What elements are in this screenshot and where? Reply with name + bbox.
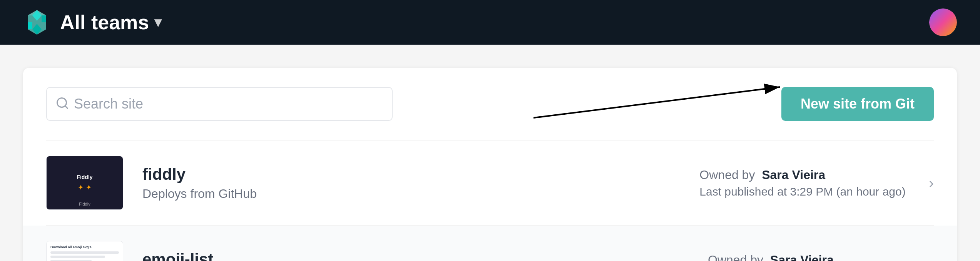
header-left: All teams ▾ [23,8,161,36]
avatar-image [929,8,957,36]
search-container [46,87,393,121]
owner-name: Sara Vieira [762,168,825,182]
svg-marker-2 [42,15,46,22]
svg-line-9 [533,87,780,118]
svg-line-7 [65,106,68,109]
site-thumbnail-fiddly: Fiddly ✦ ✦ Fiddly [46,156,123,210]
main-content: New site from Git Fiddly ✦ ✦ Fiddly [0,45,980,261]
site-owner: Owned by Sara Vieira [699,168,905,182]
site-meta-fiddly: Owned by Sara Vieira Last published at 3… [699,168,928,198]
arrow-annotation [533,79,803,125]
chevron-down-icon: ▾ [154,14,161,30]
site-chevron-icon[interactable]: › [929,174,934,192]
site-chevron-icon[interactable]: › [929,259,934,261]
emoji-line [50,256,105,258]
emoji-line [50,251,119,254]
team-name: All teams [60,11,149,34]
header: All teams ▾ [0,0,980,45]
owner-name: Sara Vieira [770,253,834,261]
top-bar: New site from Git [46,87,934,121]
site-list: Fiddly ✦ ✦ Fiddly fiddly Deploys from Gi… [46,140,934,261]
site-meta-emoji: Owned by Sara Vieira Last published on D… [708,253,929,261]
netlify-logo-icon[interactable] [23,8,51,36]
search-input[interactable] [46,87,393,121]
thumbnail-label: Fiddly [77,174,92,180]
site-info-emoji: emoji-list Deploys from GitHub [142,250,708,261]
site-published: Last published at 3:29 PM (an hour ago) [699,185,905,198]
new-site-from-git-button[interactable]: New site from Git [781,87,934,121]
site-owner: Owned by Sara Vieira [708,253,906,261]
site-item: Download all emoji svg's emoji-list Depl… [23,226,957,261]
content-card: New site from Git Fiddly ✦ ✦ Fiddly [23,68,957,261]
search-icon [55,96,69,112]
thumbnail-stars: ✦ ✦ [78,183,92,192]
avatar[interactable] [929,8,957,36]
site-name[interactable]: fiddly [142,165,699,184]
site-item: Fiddly ✦ ✦ Fiddly fiddly Deploys from Gi… [46,141,934,226]
emoji-thumbnail-header: Download all emoji svg's [50,245,119,249]
site-name[interactable]: emoji-list [142,250,708,261]
site-thumbnail-emoji: Download all emoji svg's [46,241,123,261]
site-info-fiddly: fiddly Deploys from GitHub [142,165,699,201]
site-deploy-source: Deploys from GitHub [142,187,699,201]
thumbnail-bottom: Fiddly [47,202,123,206]
team-selector[interactable]: All teams ▾ [60,11,161,34]
svg-marker-3 [28,22,32,29]
